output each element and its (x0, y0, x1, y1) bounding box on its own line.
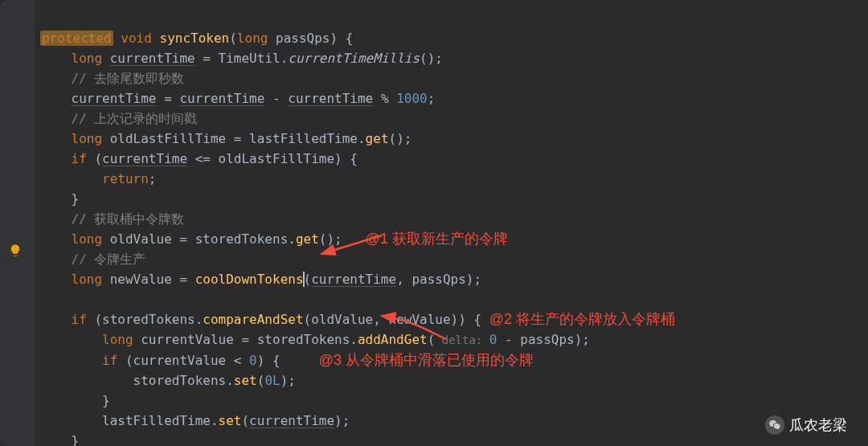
wechat-icon (765, 415, 784, 435)
param-type: long (237, 31, 268, 46)
comment: // 去除尾数即秒数 (72, 71, 185, 86)
comment: // 获取桶中令牌数 (72, 211, 185, 227)
keyword-long: long (72, 51, 103, 66)
var-oldLastFillTime: oldLastFillTime (110, 131, 227, 146)
annotation-1: @1 获取新生产的令牌 (366, 231, 508, 247)
annotation-2: @2 将生产的令牌放入令牌桶 (489, 311, 675, 327)
call-currentTimeMillis: currentTimeMillis (288, 51, 420, 66)
literal-0L: 0L (264, 373, 280, 388)
param-hint-delta: delta: (435, 333, 489, 346)
literal-1000: 1000 (396, 91, 428, 106)
comment: // 令牌生产 (72, 252, 146, 267)
call-compareAndSet: compareAndSet (203, 312, 303, 327)
keyword-void: void (121, 31, 152, 46)
var-ref: currentTime (72, 91, 157, 106)
param-name: passQps (276, 31, 330, 46)
intention-bulb-icon[interactable] (8, 243, 23, 258)
var-oldValue: oldValue (110, 231, 172, 247)
class-TimeUtil: TimeUtil (219, 51, 280, 66)
call-addAndGet: addAndGet (358, 332, 428, 347)
var-currentValue: currentValue (141, 332, 234, 347)
text-caret (303, 272, 305, 287)
code-area[interactable]: protected void syncToken(long passQps) {… (40, 8, 675, 446)
code-editor[interactable]: protected void syncToken(long passQps) {… (0, 0, 868, 8)
comment: // 上次记录的时间戳 (72, 111, 198, 126)
editor-gutter (0, 0, 35, 446)
watermark-text: 瓜农老梁 (789, 415, 847, 435)
var-newValue: newValue (110, 272, 172, 287)
keyword-if: if (72, 151, 87, 166)
watermark: 瓜农老梁 (765, 415, 847, 435)
call-coolDownTokens: coolDownTokens (195, 272, 304, 287)
keyword-protected: protected (40, 31, 113, 46)
method-name: syncToken (160, 31, 230, 46)
var-currentTime: currentTime (110, 51, 195, 66)
annotation-3: @3 从令牌桶中滑落已使用的令牌 (319, 352, 534, 368)
keyword-return: return (102, 171, 149, 186)
